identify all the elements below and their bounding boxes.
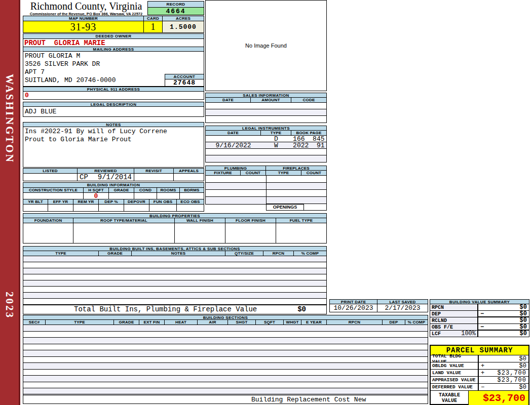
bvs-obs-label: OBS F/E bbox=[430, 324, 478, 330]
map-number-value: 31-93 bbox=[23, 21, 144, 33]
no-image-text: No Image Found bbox=[245, 43, 287, 49]
built-ins-total-label: Total Built Ins, Plumbing & Fireplace Va… bbox=[74, 305, 257, 313]
table-row bbox=[23, 363, 428, 370]
table-row bbox=[206, 109, 326, 116]
property-photo-placeholder: No Image Found bbox=[205, 0, 327, 91]
table-row: 9/16/2022 W 2022 91 bbox=[206, 142, 326, 149]
table-row: TOTAL BLDG VALUE $0 bbox=[431, 355, 528, 362]
openings-label: OPENINGS bbox=[266, 204, 304, 211]
dates-value-row: 10/26/2023 2/17/2023 bbox=[329, 304, 428, 312]
acres-value: 1.5000 bbox=[163, 21, 204, 33]
bdrms-value bbox=[180, 192, 204, 199]
bvs-dep-label: DEP bbox=[430, 311, 478, 317]
table-row bbox=[23, 262, 326, 268]
table-row bbox=[23, 350, 428, 357]
rooms-value bbox=[157, 192, 180, 199]
built-ins-rows bbox=[23, 256, 327, 305]
table-row bbox=[206, 149, 326, 155]
notes-block: Ins #2022-91 By will of Lucy Correne Pro… bbox=[23, 127, 204, 168]
ps-op: + bbox=[479, 362, 486, 370]
ps-appraised-label: APPRAISED VALUE bbox=[431, 377, 479, 383]
construction-style-value bbox=[23, 192, 84, 199]
table-row bbox=[23, 268, 326, 274]
table-row bbox=[206, 103, 326, 109]
reviewed-date: 9/1/2014 bbox=[98, 173, 132, 181]
building-value-summary-table: RPCN $0 DEP −$0 RCLND $0 OBS F/E −$0 LCF… bbox=[430, 304, 529, 337]
record-box: RECORD 4664 bbox=[147, 1, 204, 15]
bvs-op: − bbox=[478, 323, 485, 331]
built-ins-total-row: Total Built Ins, Plumbing & Fireplace Va… bbox=[23, 304, 327, 314]
bvs-op: − bbox=[478, 310, 485, 317]
table-row bbox=[23, 382, 428, 389]
h-sqft-value: 0 bbox=[84, 192, 109, 199]
listed-value bbox=[23, 173, 78, 181]
deeded-owner-value: PROUT GLORIA MARIE bbox=[23, 38, 204, 47]
bvs-lcf-label: LCF 100% bbox=[430, 331, 478, 337]
physical-address-value: 0 bbox=[23, 91, 204, 100]
property-record-card: WASHINGTON 2023 Richmond County, Virgini… bbox=[0, 0, 532, 405]
table-row bbox=[23, 338, 428, 344]
account-box: ACCOUNT 27648 bbox=[165, 74, 204, 87]
bvs-lcf-pct: 100% bbox=[461, 330, 476, 337]
roof-value bbox=[73, 223, 175, 244]
table-row bbox=[23, 280, 326, 287]
record-label: RECORD bbox=[147, 1, 204, 8]
table-row bbox=[206, 190, 326, 197]
plumbing-fireplaces-rows bbox=[205, 175, 327, 205]
header-block: Richmond County, Virginia Commissioner o… bbox=[24, 1, 148, 16]
revisit-value bbox=[134, 173, 174, 181]
spine-year-label: 2023 bbox=[3, 292, 16, 319]
table-row bbox=[23, 357, 428, 363]
table-row: DEFERRED VALUE −$0 bbox=[431, 384, 528, 391]
li-type: W bbox=[261, 142, 291, 148]
ps-obldg-label: OBLDG VALUE bbox=[431, 362, 479, 369]
table-row bbox=[23, 287, 326, 293]
li-type: D bbox=[261, 136, 291, 142]
li-bookpage: 166 845 bbox=[291, 136, 326, 142]
parcel-summary: PARCEL SUMMARY TOTAL BLDG VALUE $0 OBLDG… bbox=[430, 345, 529, 405]
wall-finish-value bbox=[175, 223, 225, 244]
appeals-value bbox=[174, 173, 204, 181]
spine-county-label: WASHINGTON bbox=[3, 74, 16, 164]
cond-value bbox=[134, 192, 157, 199]
foundation-value bbox=[23, 223, 73, 244]
built-ins-total-value: $0 bbox=[297, 305, 306, 313]
openings-value bbox=[304, 204, 327, 211]
table-row bbox=[206, 183, 326, 190]
year-spine: WASHINGTON 2023 bbox=[0, 0, 20, 405]
building-sections-footer-row: Building Replacement Cost New bbox=[23, 394, 428, 404]
bvs-obs-value: $0 bbox=[485, 323, 529, 331]
table-row bbox=[23, 256, 326, 262]
ps-deferred-label: DEFERRED VALUE bbox=[431, 384, 479, 390]
taxable-value-row: TAXABLE VALUE $23,700 bbox=[431, 391, 528, 405]
page-title: Richmond County, Virginia bbox=[24, 1, 148, 12]
table-row bbox=[23, 332, 428, 338]
table-row bbox=[23, 325, 428, 332]
ps-op: + bbox=[479, 370, 486, 377]
record-value: 4664 bbox=[147, 8, 204, 15]
map-value-row: 31-93 1 1.5000 bbox=[23, 21, 204, 33]
building-properties-value-row bbox=[23, 223, 327, 244]
building-sections-rows bbox=[23, 325, 428, 395]
grade-value bbox=[109, 192, 134, 199]
table-row: OBLDG VALUE +$0 bbox=[431, 362, 528, 370]
print-date-value: 10/26/2023 bbox=[329, 304, 377, 312]
ps-total-bldg-label: TOTAL BLDG VALUE bbox=[431, 355, 479, 362]
review-value-row: CP 9/1/2014 bbox=[23, 173, 204, 181]
li-date bbox=[206, 136, 261, 142]
building-info-value-row2 bbox=[23, 204, 204, 212]
table-row: LAND VALUE +$23,700 bbox=[431, 370, 528, 377]
ps-deferred-value: $0 bbox=[486, 384, 528, 391]
legal-description-value: ADJ BLUE bbox=[23, 106, 204, 117]
ps-op: − bbox=[479, 384, 486, 391]
legal-instruments-rows: D 166 845 9/16/2022 W 2022 91 bbox=[205, 135, 327, 163]
table-row bbox=[206, 176, 326, 183]
table-row bbox=[23, 293, 326, 299]
ps-total-bldg-value: $0 bbox=[486, 355, 528, 362]
table-row bbox=[206, 116, 326, 123]
li-bookpage: 2022 91 bbox=[291, 142, 326, 148]
table-row bbox=[23, 370, 428, 376]
reviewed-by: CP bbox=[80, 173, 88, 181]
account-value: 27648 bbox=[165, 79, 204, 87]
openings-row: OPENINGS bbox=[205, 204, 327, 211]
